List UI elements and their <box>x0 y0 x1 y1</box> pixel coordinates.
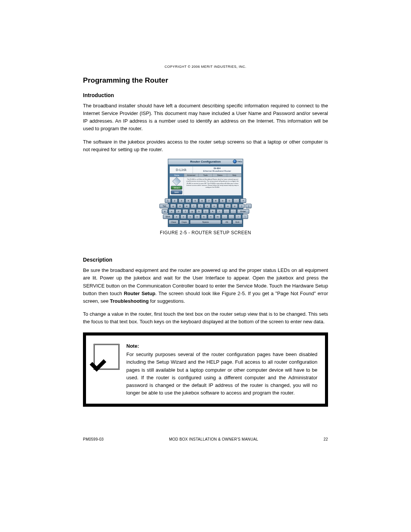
key-9[interactable]: 9 <box>220 198 226 203</box>
key-z[interactable]: z <box>174 214 180 219</box>
key-enter[interactable]: Enter <box>237 209 249 214</box>
key-k[interactable]: k <box>210 209 216 214</box>
figure-onscreen-keyboard: 1 2 3 4 5 6 7 8 9 0 - = Tab q w <box>168 197 243 227</box>
figure-side-wizard-button[interactable]: Wizard <box>171 186 182 190</box>
manual-page: COPYRIGHT © 2006 MERIT INDUSTRIES, INC. … <box>0 0 411 532</box>
key-a[interactable]: a <box>162 209 168 214</box>
key-g[interactable]: g <box>189 209 195 214</box>
description-paragraph-2: To change a value in the router, first t… <box>83 310 328 326</box>
key-0[interactable]: 0 <box>226 198 233 203</box>
key-e[interactable]: e <box>184 204 190 208</box>
key-f[interactable]: f <box>182 209 188 214</box>
key-equals[interactable]: = <box>240 198 246 203</box>
desc-p1-bold-troubleshooting: Troubleshooting <box>110 298 149 304</box>
key-c[interactable]: c <box>187 214 193 219</box>
key-exit[interactable]: Exit <box>233 220 242 224</box>
key-backslash[interactable]: \ <box>242 214 248 219</box>
key-5[interactable]: 5 <box>192 198 198 203</box>
figure-window-title: Router Configuration Help <box>168 159 243 165</box>
note-text: Note: For security purposes several of t… <box>126 342 317 397</box>
key-h[interactable]: h <box>196 209 202 214</box>
key-l[interactable]: l <box>217 209 223 214</box>
key-rbracket[interactable]: ] <box>245 204 252 208</box>
intro-paragraph-2: The software in the jukebox provides acc… <box>83 138 328 153</box>
copyright-line: COPYRIGHT © 2006 MERIT INDUSTRIES, INC. <box>0 65 411 69</box>
key-space[interactable]: Space <box>190 220 221 224</box>
key-apostrophe[interactable]: ' <box>230 209 236 214</box>
figure-router-setup: Router Configuration Help D-Link DI-604 … <box>83 159 328 235</box>
key-n[interactable]: n <box>208 214 214 219</box>
key-o[interactable]: o <box>225 204 231 208</box>
figure-tab-bar: Home Advanced Tools Status Help <box>170 174 241 177</box>
key-w[interactable]: w <box>177 204 183 208</box>
key-u[interactable]: u <box>211 204 217 208</box>
figure-brand-logo: D-Link <box>170 166 193 173</box>
key-dash[interactable]: - <box>233 198 239 203</box>
key-j[interactable]: j <box>203 209 209 214</box>
page-title: Programming the Router <box>83 76 328 85</box>
figure-tab-help[interactable]: Help <box>227 174 241 177</box>
key-6[interactable]: 6 <box>199 198 205 203</box>
figure-tab-home[interactable]: Home <box>170 174 184 177</box>
figure-tab-advanced[interactable]: Advanced <box>184 174 199 177</box>
page-footer: PM0599-03 MOD BOX INSTALLATION & OWNER'S… <box>83 437 328 441</box>
description-heading: Description <box>83 257 328 263</box>
figure-model-subtitle: Ethernet Broadband Router <box>193 170 241 173</box>
footer-page-number: 22 <box>323 437 328 441</box>
figure-side-wan-button[interactable]: WAN <box>171 190 182 194</box>
key-t[interactable]: t <box>198 204 204 208</box>
key-y[interactable]: y <box>204 204 210 208</box>
key-slash[interactable]: / <box>235 214 241 219</box>
key-r[interactable]: r <box>191 204 197 208</box>
figure-tab-tools[interactable]: Tools <box>199 174 213 177</box>
key-m[interactable]: m <box>215 214 221 219</box>
key-lbracket[interactable]: [ <box>239 204 245 208</box>
key-b[interactable]: b <box>201 214 207 219</box>
figure-help-button[interactable]: Help <box>233 160 242 163</box>
key-x[interactable]: x <box>180 214 186 219</box>
router-config-screenshot: Router Configuration Help D-Link DI-604 … <box>168 159 243 227</box>
key-7[interactable]: 7 <box>206 198 212 203</box>
key-4[interactable]: 4 <box>185 198 191 203</box>
key-p[interactable]: p <box>232 204 238 208</box>
note-callout: Note: For security purposes several of t… <box>83 332 328 407</box>
key-caps[interactable]: Caps <box>179 220 189 224</box>
key-tab[interactable]: Tab <box>159 204 169 208</box>
key-3[interactable]: 3 <box>178 198 185 203</box>
figure-title-text: Router Configuration <box>190 160 221 163</box>
key-comma[interactable]: , <box>221 214 228 219</box>
footer-doc-number: PM0599-03 <box>83 437 104 441</box>
figure-tab-status[interactable]: Status <box>213 174 227 177</box>
figure-side-icon <box>172 177 181 186</box>
help-icon <box>233 160 237 163</box>
key-i[interactable]: i <box>218 204 224 208</box>
key-s[interactable]: s <box>169 209 175 214</box>
key-period[interactable]: . <box>228 214 234 219</box>
figure-help-label: Help <box>237 160 242 163</box>
key-q[interactable]: q <box>170 204 176 208</box>
key-d[interactable]: d <box>175 209 182 214</box>
key-shift[interactable]: Shift <box>163 214 173 219</box>
key-alt[interactable]: Alt <box>222 220 232 224</box>
introduction-heading: Introduction <box>83 92 328 98</box>
desc-p1-text-c: for suggestions. <box>149 298 185 304</box>
key-8[interactable]: 8 <box>213 198 219 203</box>
note-body: For security purposes several of the rou… <box>126 351 317 396</box>
desc-p1-bold-router-setup: Router Setup <box>124 291 155 296</box>
note-label: Note: <box>126 342 317 350</box>
key-2[interactable]: 2 <box>172 198 178 203</box>
key-semicolon[interactable]: ; <box>223 209 229 214</box>
checkmark-icon <box>94 344 119 370</box>
key-v[interactable]: v <box>194 214 200 219</box>
key-clear[interactable]: Clear <box>169 220 178 224</box>
footer-manual-title: MOD BOX INSTALLATION & OWNER'S MANUAL <box>169 437 258 441</box>
description-paragraph-1: Be sure the broadband equipment and the … <box>83 267 328 305</box>
figure-content-text: The DI-604 is an Ethernet Broadband Rout… <box>184 177 241 195</box>
figure-model: DI-604 <box>193 167 241 170</box>
intro-paragraph-1: The broadband installer should have left… <box>83 102 328 133</box>
figure-caption: FIGURE 2-5 - ROUTER SETUP SCREEN <box>83 230 328 235</box>
key-1[interactable]: 1 <box>165 198 171 203</box>
